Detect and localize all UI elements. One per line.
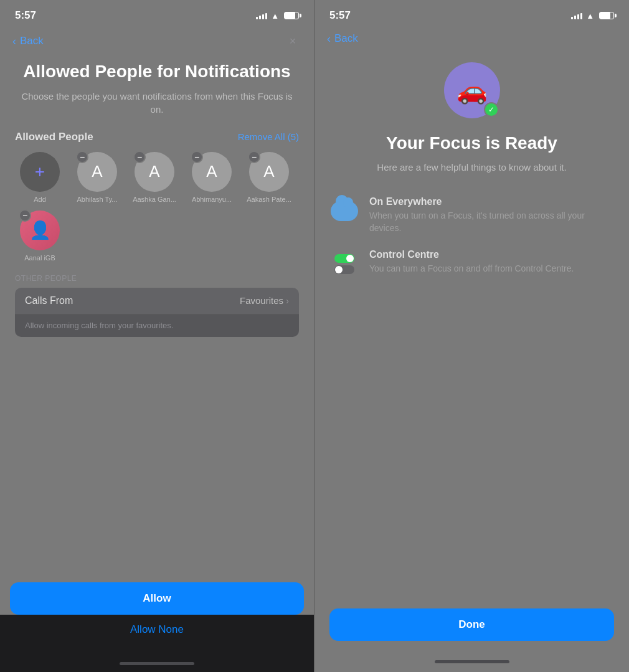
dark-footer: Allow None: [0, 615, 314, 655]
info-item-control-centre: Control Centre You can turn a Focus on a…: [329, 249, 614, 279]
chevron-left-icon: ‹: [12, 35, 16, 47]
focus-icon-container: 🚗 ✓: [444, 62, 500, 118]
remove-aakash-badge[interactable]: [248, 151, 260, 163]
control-centre-info-text: Control Centre You can turn a Focus on a…: [369, 249, 574, 275]
ready-subtitle: Here are a few helpful things to know ab…: [377, 161, 566, 174]
nav-bar-left: ‹ Back ×: [0, 27, 314, 55]
control-centre-description: You can turn a Focus on and off from Con…: [369, 263, 574, 275]
back-button-left[interactable]: ‹ Back: [12, 35, 44, 47]
everywhere-description: When you turn on a Focus, it's turned on…: [369, 210, 614, 234]
cloud-icon: [331, 201, 358, 221]
bottom-area-left: Allow: [0, 572, 314, 615]
allowed-people-header: Allowed People Remove All (5): [15, 131, 299, 143]
calls-from-value: Favourites ›: [240, 295, 289, 306]
toggle-track-on: [334, 254, 354, 263]
battery-icon-right: [599, 12, 614, 19]
toggle-track-off: [334, 265, 354, 274]
status-time-right: 5:57: [329, 9, 351, 22]
control-centre-heading: Control Centre: [369, 249, 574, 260]
ready-title: Your Focus is Ready: [386, 133, 557, 153]
remove-abhilash-badge[interactable]: [76, 151, 88, 163]
back-label-right: Back: [334, 32, 358, 45]
everywhere-heading: On Everywhere: [369, 196, 614, 207]
person-name-abhilash: Abhilash Ty...: [77, 196, 117, 203]
toggle-icon: [334, 254, 354, 274]
home-bar-left: [120, 662, 194, 665]
control-centre-icon-container: [329, 249, 359, 279]
signal-bars-left: [256, 12, 267, 19]
people-grid: + Add A Abhilash Ty... A Aashka Ga: [15, 152, 299, 262]
left-content: Allowed People for Notifications Choose …: [0, 55, 314, 572]
other-people-section: OTHER PEOPLE Calls From Favourites › All…: [15, 274, 299, 337]
right-bottom: Done: [329, 594, 614, 651]
person-name-aashka: Aashka Gan...: [133, 196, 176, 203]
info-item-everywhere: On Everywhere When you turn on a Focus, …: [329, 196, 614, 234]
right-phone-screen: 5:57 ▲ ‹ Back 🚗 ✓ Your Focus is Read: [314, 0, 629, 672]
status-bar-right: 5:57 ▲: [314, 0, 629, 27]
everywhere-info-text: On Everywhere When you turn on a Focus, …: [369, 196, 614, 234]
left-phone-screen: 5:57 ▲ ‹ Back × Allowed People for Notif…: [0, 0, 314, 672]
status-icons-left: ▲: [256, 11, 299, 21]
person-name-aanal: Aanal iGB: [24, 254, 55, 262]
page-subtitle-left: Choose the people you want notifications…: [15, 90, 299, 116]
wifi-icon-right: ▲: [586, 11, 594, 21]
person-item-abhilash[interactable]: A Abhilash Ty...: [72, 152, 122, 203]
calls-from-hint: Allow incoming calls from your favourite…: [15, 315, 299, 337]
battery-icon-left: [284, 12, 299, 19]
person-item-aakash[interactable]: A Aakash Pate...: [244, 152, 294, 203]
info-list: On Everywhere When you turn on a Focus, …: [329, 196, 614, 279]
everywhere-icon-container: [329, 196, 359, 226]
nav-bar-right: ‹ Back: [314, 27, 629, 50]
status-icons-right: ▲: [571, 11, 614, 21]
calls-from-value-text: Favourites: [240, 295, 283, 306]
chevron-left-icon-right: ‹: [327, 33, 331, 44]
remove-aashka-badge[interactable]: [133, 151, 146, 163]
allowed-people-label: Allowed People: [15, 131, 93, 143]
other-people-label: OTHER PEOPLE: [15, 274, 299, 283]
add-person-item[interactable]: + Add: [15, 152, 65, 203]
done-button[interactable]: Done: [329, 608, 614, 641]
close-button-left[interactable]: ×: [284, 32, 301, 50]
home-bar-right: [435, 660, 509, 663]
home-indicator-left: [0, 655, 314, 672]
add-icon: +: [35, 162, 45, 182]
close-icon-left: ×: [290, 35, 296, 48]
allow-button[interactable]: Allow: [10, 582, 304, 615]
signal-bars-right: [571, 12, 582, 19]
back-button-right[interactable]: ‹ Back: [327, 32, 358, 45]
right-content: 🚗 ✓ Your Focus is Ready Here are a few h…: [314, 50, 629, 672]
remove-aanal-badge[interactable]: [19, 209, 31, 222]
add-person-label: Add: [34, 196, 46, 203]
remove-all-button[interactable]: Remove All (5): [238, 131, 299, 142]
person-item-aanal[interactable]: 👤 Aanal iGB: [15, 211, 65, 262]
person-item-aashka[interactable]: A Aashka Gan...: [130, 152, 179, 203]
back-label-left: Back: [20, 35, 44, 47]
check-badge: ✓: [484, 102, 499, 117]
chevron-right-icon: ›: [286, 295, 289, 306]
person-name-abhimanyu: Abhimanyu...: [192, 196, 232, 203]
person-name-aakash: Aakash Pate...: [247, 196, 291, 203]
calls-from-label: Calls From: [25, 295, 73, 306]
remove-abhimanyu-badge[interactable]: [191, 151, 203, 163]
person-item-abhimanyu[interactable]: A Abhimanyu...: [187, 152, 237, 203]
home-indicator-right: [435, 651, 509, 672]
status-time-left: 5:57: [15, 9, 36, 22]
car-icon: 🚗: [456, 76, 488, 105]
page-title-left: Allowed People for Notifications: [15, 61, 299, 82]
add-avatar: +: [20, 152, 60, 192]
calls-from-hint-text: Allow incoming calls from your favourite…: [25, 321, 173, 330]
allow-none-button[interactable]: Allow None: [130, 623, 184, 636]
status-bar-left: 5:57 ▲: [0, 0, 314, 27]
calls-from-row[interactable]: Calls From Favourites ›: [15, 288, 299, 315]
wifi-icon-left: ▲: [271, 11, 279, 21]
